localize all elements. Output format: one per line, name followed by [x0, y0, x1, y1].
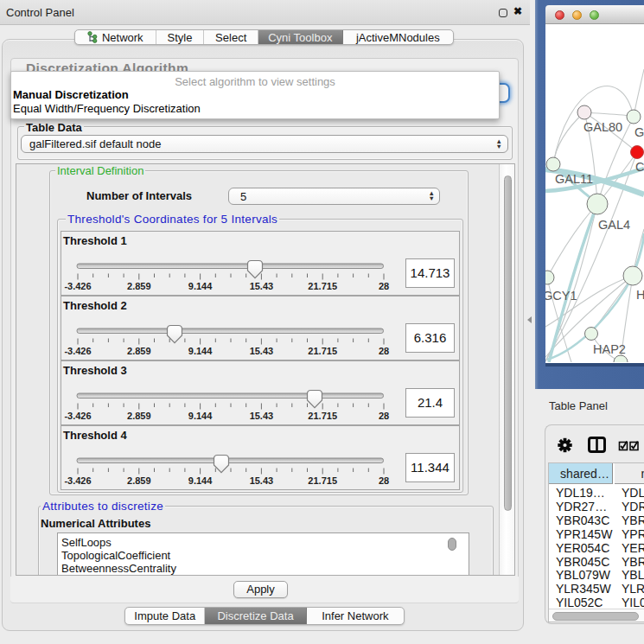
svg-text:9.144: 9.144	[188, 475, 213, 486]
svg-text:28: 28	[379, 281, 389, 291]
svg-text:28: 28	[379, 411, 389, 421]
svg-text:21.715: 21.715	[308, 281, 337, 291]
svg-text:-3.426: -3.426	[64, 281, 91, 291]
svg-text:28: 28	[379, 475, 389, 486]
svg-text:21.715: 21.715	[308, 346, 337, 356]
svg-text:21.715: 21.715	[308, 475, 337, 486]
svg-text:H: H	[636, 288, 644, 302]
svg-text:2.859: 2.859	[127, 411, 151, 421]
svg-text:-3.426: -3.426	[64, 346, 91, 356]
svg-text:-3.426: -3.426	[64, 411, 91, 421]
svg-text:2.859: 2.859	[127, 475, 151, 486]
svg-text:9.144: 9.144	[188, 281, 213, 291]
svg-text:2.859: 2.859	[127, 281, 151, 291]
svg-text:-3.426: -3.426	[64, 475, 91, 486]
svg-text:15.43: 15.43	[250, 346, 274, 356]
svg-text:HAP2: HAP2	[593, 342, 626, 356]
svg-text:2.859: 2.859	[127, 346, 151, 356]
svg-text:21.715: 21.715	[308, 411, 337, 421]
svg-text:C: C	[635, 160, 644, 174]
svg-text:15.43: 15.43	[250, 281, 274, 291]
svg-text:GAL11: GAL11	[555, 172, 593, 186]
svg-text:9.144: 9.144	[188, 411, 213, 421]
svg-text:GAL80: GAL80	[583, 120, 622, 134]
svg-text:28: 28	[379, 346, 389, 356]
svg-text:15.43: 15.43	[250, 411, 274, 421]
svg-text:GAL4: GAL4	[598, 218, 630, 232]
svg-text:15.43: 15.43	[250, 475, 274, 486]
svg-text:9.144: 9.144	[188, 346, 213, 356]
svg-text:GA: GA	[634, 125, 644, 139]
svg-text:GCY1: GCY1	[545, 289, 577, 303]
